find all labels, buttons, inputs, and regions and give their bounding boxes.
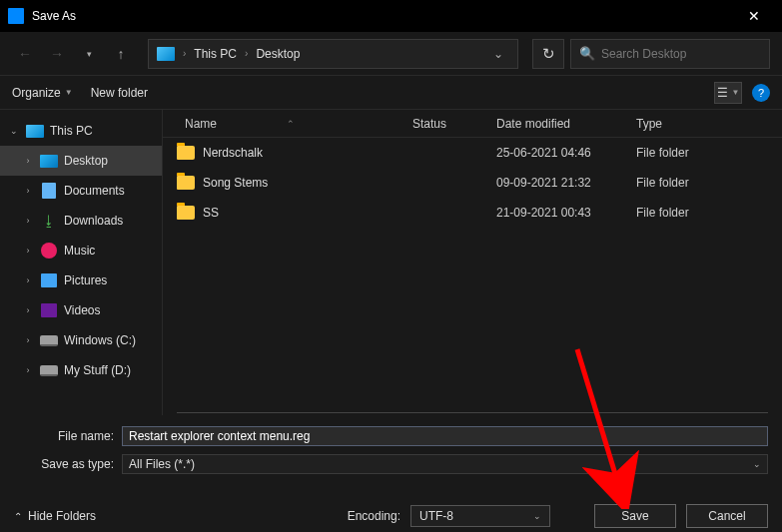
forward-button[interactable]: → <box>44 41 70 67</box>
titlebar: Save As ✕ <box>0 0 782 32</box>
saveastype-select[interactable]: All Files (*.*) ⌄ <box>122 454 768 474</box>
filename-label: File name: <box>14 429 122 443</box>
col-date[interactable]: Date modified <box>496 117 636 131</box>
encoding-select[interactable]: UTF-8 ⌄ <box>410 505 550 527</box>
tree-caret[interactable]: › <box>22 156 34 166</box>
drive-icon <box>40 332 58 348</box>
desktop-icon <box>40 153 58 169</box>
file-list: Name ⌃ Status Date modified Type Nerdsch… <box>162 110 782 415</box>
tree-caret[interactable]: › <box>22 246 34 256</box>
main: ⌄This PC›Desktop›Documents›⭳Downloads›Mu… <box>0 110 782 415</box>
organize-button[interactable]: Organize ▼ <box>12 86 73 100</box>
chevron-down-icon: ⌄ <box>533 511 541 521</box>
tree-caret[interactable]: › <box>22 186 34 196</box>
file-row[interactable]: SS21-09-2021 00:43File folder <box>163 198 782 228</box>
hide-folders-label: Hide Folders <box>28 509 96 523</box>
search-box[interactable]: 🔍 <box>570 39 770 69</box>
cancel-button[interactable]: Cancel <box>686 504 768 528</box>
back-button[interactable]: ← <box>12 41 38 67</box>
app-icon <box>8 8 24 24</box>
file-type: File folder <box>636 176 782 190</box>
file-row[interactable]: Song Stems09-09-2021 21:32File folder <box>163 168 782 198</box>
col-type[interactable]: Type <box>636 117 782 131</box>
file-name: Nerdschalk <box>203 146 412 160</box>
toolbar: Organize ▼ New folder ☰ ▼ ? <box>0 76 782 110</box>
hide-folders-button[interactable]: ⌃ Hide Folders <box>14 509 96 523</box>
down-icon: ⭳ <box>40 213 58 229</box>
tree-caret[interactable]: › <box>22 365 34 375</box>
sidebar-item-my-stuff-d-[interactable]: ›My Stuff (D:) <box>0 355 162 385</box>
file-date: 21-09-2021 00:43 <box>496 206 636 220</box>
sidebar-item-pictures[interactable]: ›Pictures <box>0 266 162 295</box>
tree-caret[interactable]: › <box>22 216 34 226</box>
crumb-desktop[interactable]: Desktop <box>256 47 300 61</box>
tree-caret[interactable]: › <box>22 335 34 345</box>
crumb-sep: › <box>183 48 186 59</box>
saveastype-label: Save as type: <box>14 457 122 471</box>
save-button[interactable]: Save <box>594 504 676 528</box>
col-status[interactable]: Status <box>412 117 496 131</box>
file-row[interactable]: Nerdschalk25-06-2021 04:46File folder <box>163 138 782 168</box>
sidebar-item-downloads[interactable]: ›⭳Downloads <box>0 206 162 236</box>
sidebar-item-label: Music <box>64 244 95 258</box>
sidebar-item-label: Downloads <box>64 214 123 228</box>
filename-input[interactable] <box>122 426 768 446</box>
sidebar-item-videos[interactable]: ›Videos <box>0 295 162 325</box>
file-date: 09-09-2021 21:32 <box>496 176 636 190</box>
scrollbar-track[interactable] <box>177 412 768 413</box>
chevron-down-icon: ▼ <box>65 88 73 97</box>
sidebar-item-music[interactable]: ›Music <box>0 236 162 266</box>
sort-indicator: ⌃ <box>287 119 295 129</box>
close-button[interactable]: ✕ <box>734 8 774 24</box>
view-button[interactable]: ☰ ▼ <box>714 82 742 104</box>
folder-icon <box>177 146 195 160</box>
sidebar-item-label: Desktop <box>64 154 108 168</box>
file-name: SS <box>203 206 412 220</box>
chevron-down-icon: ⌄ <box>753 459 761 469</box>
sidebar-item-label: Videos <box>64 303 100 317</box>
pic-icon <box>40 272 58 288</box>
saveastype-value: All Files (*.*) <box>129 457 195 471</box>
up-button[interactable]: ↑ <box>108 41 134 67</box>
tree-caret[interactable]: › <box>22 275 34 285</box>
encoding-value: UTF-8 <box>419 509 453 523</box>
sidebar-item-label: Pictures <box>64 273 107 287</box>
footer: ⌃ Hide Folders Encoding: UTF-8 ⌄ Save Ca… <box>0 491 782 532</box>
sidebar-item-this-pc[interactable]: ⌄This PC <box>0 116 162 146</box>
file-type: File folder <box>636 206 782 220</box>
window-title: Save As <box>32 9 734 23</box>
file-date: 25-06-2021 04:46 <box>496 146 636 160</box>
tree-caret[interactable]: ⌄ <box>8 126 20 136</box>
video-icon <box>40 302 58 318</box>
music-icon <box>40 243 58 259</box>
crumb-this-pc[interactable]: This PC <box>194 47 237 61</box>
refresh-button[interactable]: ↻ <box>532 39 564 69</box>
sidebar-item-label: My Stuff (D:) <box>64 363 131 377</box>
sidebar-item-windows-c-[interactable]: ›Windows (C:) <box>0 325 162 355</box>
sidebar: ⌄This PC›Desktop›Documents›⭳Downloads›Mu… <box>0 110 162 415</box>
help-button[interactable]: ? <box>752 84 770 102</box>
search-icon: 🔍 <box>579 46 595 61</box>
column-headers: Name ⌃ Status Date modified Type <box>163 110 782 138</box>
recent-dropdown[interactable]: ▾ <box>76 41 102 67</box>
sidebar-item-label: Windows (C:) <box>64 333 136 347</box>
organize-label: Organize <box>12 86 61 100</box>
sidebar-item-label: Documents <box>64 184 125 198</box>
sidebar-item-documents[interactable]: ›Documents <box>0 176 162 206</box>
tree-caret[interactable]: › <box>22 305 34 315</box>
col-name[interactable]: Name ⌃ <box>163 117 412 131</box>
chevron-up-icon: ⌃ <box>14 511 22 522</box>
bottom-panel: File name: Save as type: All Files (*.*)… <box>0 415 782 491</box>
doc-icon <box>40 183 58 199</box>
address-bar[interactable]: › This PC › Desktop ⌄ <box>148 39 518 69</box>
new-folder-label: New folder <box>91 86 148 100</box>
pc-icon <box>157 47 175 61</box>
crumb-sep: › <box>245 48 248 59</box>
drive-icon <box>40 362 58 378</box>
encoding-label: Encoding: <box>348 509 400 523</box>
sidebar-item-desktop[interactable]: ›Desktop <box>0 146 162 176</box>
search-input[interactable] <box>601 47 761 61</box>
pc-icon <box>26 123 44 139</box>
address-dropdown[interactable]: ⌄ <box>487 47 509 61</box>
new-folder-button[interactable]: New folder <box>91 86 148 100</box>
